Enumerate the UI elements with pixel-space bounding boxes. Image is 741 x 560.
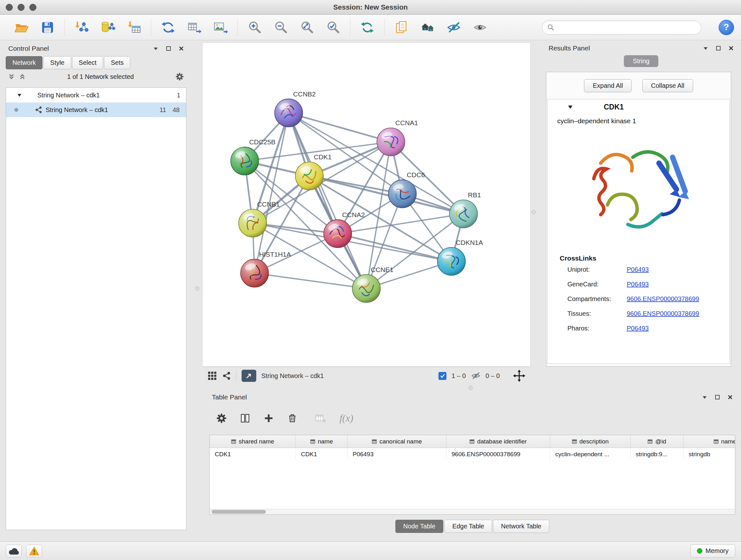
close-panel-icon[interactable]: [728, 395, 733, 400]
help-button[interactable]: ?: [719, 20, 734, 35]
open-recent-document-icon[interactable]: [394, 20, 409, 35]
node-CCNA1[interactable]: CCNA1: [377, 119, 418, 156]
network-overview-icon[interactable]: [222, 371, 231, 380]
search-field[interactable]: [542, 20, 701, 35]
table-cell[interactable]: cyclin–dependent ...: [550, 448, 630, 461]
edge-CCNB2-HIST1H1A[interactable]: [255, 113, 289, 273]
network-view-canvas[interactable]: CCNB2CCNA1CDC25BCDK1CDC6RB1CCNB1CCNA2CDK…: [202, 43, 530, 367]
crosslink-value-link[interactable]: P06493: [627, 266, 649, 273]
disclosure-triangle-icon[interactable]: [567, 104, 573, 110]
save-session-icon[interactable]: [40, 20, 55, 35]
tab-network-table[interactable]: Network Table: [493, 520, 549, 533]
zoom-fit-icon[interactable]: [300, 20, 314, 35]
column-header--id[interactable]: @id: [630, 435, 684, 448]
disclosure-triangle-icon[interactable]: [17, 92, 22, 98]
tab-edge-table[interactable]: Edge Table: [444, 520, 492, 533]
memory-button[interactable]: Memory: [690, 544, 735, 558]
open-session-icon[interactable]: [14, 20, 29, 35]
splitter-handle[interactable]: [195, 287, 199, 291]
birds-eye-grid-icon[interactable]: [207, 371, 217, 381]
expand-all-icon[interactable]: [19, 73, 25, 80]
show-graphics-eye-icon[interactable]: [473, 20, 487, 35]
float-panel-icon[interactable]: [715, 395, 720, 400]
column-header-canonical-name[interactable]: canonical name: [347, 435, 447, 448]
node-CDK1[interactable]: CDK1: [295, 153, 332, 190]
edge-HIST1H1A-CCNE1[interactable]: [255, 273, 366, 289]
table-cell[interactable]: P06493: [347, 448, 447, 461]
edge-CDK1-RB1[interactable]: [309, 176, 463, 214]
warnings-button[interactable]: [26, 545, 42, 557]
network-collection-row[interactable]: String Network – cdk1 1: [6, 88, 186, 103]
show-columns-icon[interactable]: [240, 413, 250, 423]
table-cell[interactable]: stringdb: [684, 448, 735, 461]
export-image-icon[interactable]: [213, 20, 228, 35]
splitter-handle[interactable]: [532, 210, 536, 214]
maximize-window-button[interactable]: [29, 4, 37, 11]
crosslink-value-link[interactable]: 9606.ENSP00000378699: [627, 295, 699, 303]
zoom-selected-icon[interactable]: [326, 20, 340, 35]
column-header-database-identifier[interactable]: database identifier: [447, 435, 550, 448]
crosslink-value-link[interactable]: P06493: [627, 281, 649, 288]
edge-CCNB2-CCNE1[interactable]: [288, 113, 366, 289]
table-cell[interactable]: CDK1: [210, 448, 296, 461]
node-CDC25B[interactable]: CDC25B: [231, 138, 276, 175]
tab-network[interactable]: Network: [6, 56, 43, 69]
horizontal-scrollbar[interactable]: [210, 509, 735, 514]
table-row[interactable]: CDK1CDK1P064939606.ENSP00000378699cyclin…: [210, 448, 735, 461]
node-HIST1H1A[interactable]: HIST1H1A: [241, 251, 291, 287]
cloud-button[interactable]: [6, 545, 22, 557]
expand-all-button[interactable]: Expand All: [584, 79, 631, 92]
collapse-all-icon[interactable]: [8, 73, 15, 80]
table-cell[interactable]: stringdb:9...: [630, 448, 684, 461]
protein-section-header[interactable]: CDK1: [548, 99, 730, 115]
node-CCNB2[interactable]: CCNB2: [275, 90, 316, 127]
close-window-button[interactable]: [6, 4, 13, 11]
network-graph[interactable]: CCNB2CCNA1CDC25BCDK1CDC6RB1CCNB1CCNA2CDK…: [203, 43, 530, 366]
new-network-icon[interactable]: [161, 20, 176, 35]
apply-layout-icon[interactable]: [360, 20, 375, 35]
options-gear-icon[interactable]: [176, 72, 184, 81]
table-options-gear-icon[interactable]: [216, 413, 226, 423]
crosslink-value-link[interactable]: 9606.ENSP00000378699: [627, 310, 699, 317]
zoom-in-icon[interactable]: [247, 20, 262, 35]
tab-sets[interactable]: Sets: [104, 56, 130, 69]
network-row-selected[interactable]: String Network – cdk1 11 48: [6, 103, 186, 117]
collapse-panel-icon[interactable]: [153, 46, 158, 51]
import-network-from-database-icon[interactable]: [100, 20, 115, 35]
tab-node-table[interactable]: Node Table: [395, 520, 444, 533]
column-header-shared-name[interactable]: shared name: [210, 435, 296, 448]
open-in-window-button[interactable]: [242, 370, 256, 382]
column-header-name[interactable]: name: [296, 435, 347, 448]
collapse-panel-icon[interactable]: [703, 46, 708, 51]
search-input[interactable]: [557, 23, 696, 31]
export-network-icon[interactable]: [187, 20, 202, 35]
fit-content-crosshair-icon[interactable]: [513, 370, 525, 382]
delete-column-trash-icon[interactable]: [287, 413, 297, 423]
minimize-window-button[interactable]: [17, 4, 24, 11]
splitter-handle[interactable]: [468, 386, 473, 390]
collapse-all-button[interactable]: Collapse All: [643, 79, 693, 92]
tab-select[interactable]: Select: [72, 56, 104, 69]
zoom-out-icon[interactable]: [273, 20, 288, 35]
selected-checkbox[interactable]: [439, 372, 447, 380]
node-CCNB1[interactable]: CCNB1: [239, 200, 280, 237]
table-cell[interactable]: 9606.ENSP00000378699: [447, 448, 550, 461]
collapse-panel-icon[interactable]: [702, 395, 707, 400]
import-table-icon[interactable]: [127, 20, 141, 35]
float-panel-icon[interactable]: [166, 46, 171, 51]
node-RB1[interactable]: RB1: [449, 191, 481, 228]
import-network-icon[interactable]: [74, 20, 89, 35]
node-CDKN1A[interactable]: CDKN1A: [437, 239, 483, 275]
column-header-namespac[interactable]: namespac: [684, 435, 735, 448]
create-column-plus-icon[interactable]: [264, 413, 274, 423]
crosslink-value-link[interactable]: P06493: [627, 325, 649, 332]
ndex-homes-icon[interactable]: [420, 20, 435, 35]
float-panel-icon[interactable]: [716, 46, 721, 51]
close-panel-icon[interactable]: [179, 46, 184, 51]
string-results-tab[interactable]: String: [624, 55, 658, 67]
hide-unhide-icon[interactable]: [447, 20, 461, 35]
edge-CCNB2-CCNA1[interactable]: [288, 113, 391, 142]
close-panel-icon[interactable]: [729, 46, 734, 51]
table-cell[interactable]: CDK1: [296, 448, 347, 461]
column-header-description[interactable]: description: [550, 435, 630, 448]
